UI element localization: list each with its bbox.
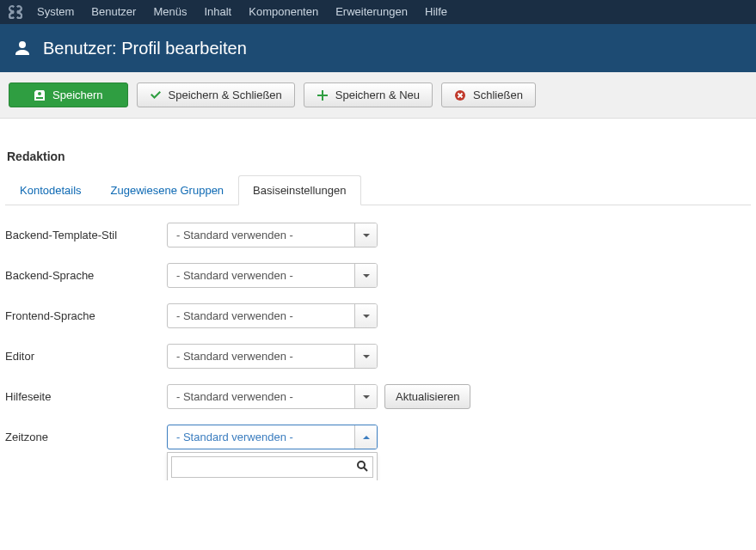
row-editor: Editor - Standard verwenden - <box>5 344 751 369</box>
tab-bar: Kontodetails Zugewiesene Gruppen Basisei… <box>5 175 751 205</box>
tab-groups[interactable]: Zugewiesene Gruppen <box>96 175 239 205</box>
menu-hilfe[interactable]: Hilfe <box>417 0 455 24</box>
label-backend-template: Backend-Template-Stil <box>5 229 167 241</box>
save-close-button[interactable]: Speichern & Schließen <box>137 82 295 107</box>
chevron-up-icon <box>354 425 377 449</box>
check-icon <box>150 89 162 101</box>
section-title: Redaktion <box>7 150 751 163</box>
save-button-label: Speichern <box>52 89 103 101</box>
cancel-icon <box>454 89 466 101</box>
save-close-label: Speichern & Schließen <box>169 89 282 101</box>
menu-inhalt[interactable]: Inhalt <box>196 0 239 24</box>
select-value: - Standard verwenden - <box>168 304 354 327</box>
timezone-dropdown-panel: - Standard verwenden - Africa Abidjan Ac… <box>167 452 378 480</box>
top-menu-bar: System Benutzer Menüs Inhalt Komponenten… <box>0 0 756 24</box>
row-backend-template: Backend-Template-Stil - Standard verwend… <box>5 223 751 248</box>
chevron-down-icon <box>354 345 377 368</box>
select-value: - Standard verwenden - <box>168 345 354 368</box>
save-button[interactable]: Speichern <box>9 82 128 107</box>
select-timezone[interactable]: - Standard verwenden - - Standard verwen… <box>167 425 378 449</box>
close-button[interactable]: Schließen <box>441 82 536 107</box>
search-icon <box>356 460 368 472</box>
select-value: - Standard verwenden - <box>168 223 354 247</box>
content-area: Redaktion Kontodetails Zugewiesene Grupp… <box>0 119 756 480</box>
chevron-down-icon <box>354 385 377 408</box>
select-value: - Standard verwenden - <box>168 425 354 449</box>
select-helpsite[interactable]: - Standard verwenden - <box>167 384 378 409</box>
tab-basic[interactable]: Basiseinstellungen <box>238 175 360 205</box>
save-icon <box>34 89 46 101</box>
save-new-label: Speichern & Neu <box>335 89 420 101</box>
row-helpsite: Hilfeseite - Standard verwenden - Aktual… <box>5 384 751 409</box>
svg-point-1 <box>358 461 365 468</box>
chevron-down-icon <box>354 223 377 247</box>
page-title: Benutzer: Profil bearbeiten <box>43 39 247 58</box>
select-value: - Standard verwenden - <box>168 385 354 408</box>
row-frontend-lang: Frontend-Sprache - Standard verwenden - <box>5 303 751 328</box>
label-backend-lang: Backend-Sprache <box>5 269 167 282</box>
dropdown-search-input[interactable] <box>171 456 373 478</box>
save-new-button[interactable]: Speichern & Neu <box>304 82 433 107</box>
row-backend-lang: Backend-Sprache - Standard verwenden - <box>5 263 751 288</box>
row-timezone: Zeitzone - Standard verwenden - <box>5 425 751 449</box>
menu-komponenten[interactable]: Komponenten <box>241 0 326 24</box>
menu-erweiterungen[interactable]: Erweiterungen <box>328 0 415 24</box>
label-helpsite: Hilfeseite <box>5 390 167 403</box>
label-timezone: Zeitzone <box>5 431 167 443</box>
chevron-down-icon <box>354 304 377 327</box>
label-editor: Editor <box>5 350 167 363</box>
menu-system[interactable]: System <box>29 0 82 24</box>
action-toolbar: Speichern Speichern & Schließen Speicher… <box>0 72 756 119</box>
joomla-logo-icon <box>7 3 24 21</box>
user-icon <box>14 40 31 57</box>
menu-benutzer[interactable]: Benutzer <box>83 0 144 24</box>
select-editor[interactable]: - Standard verwenden - <box>167 344 378 369</box>
page-title-bar: Benutzer: Profil bearbeiten <box>0 24 756 72</box>
dropdown-search <box>168 453 377 480</box>
select-backend-lang[interactable]: - Standard verwenden - <box>167 263 378 288</box>
plus-icon <box>317 89 329 101</box>
select-frontend-lang[interactable]: - Standard verwenden - <box>167 303 378 328</box>
menu-menus[interactable]: Menüs <box>145 0 194 24</box>
chevron-down-icon <box>354 264 377 287</box>
select-value: - Standard verwenden - <box>168 264 354 287</box>
select-backend-template[interactable]: - Standard verwenden - <box>167 223 378 248</box>
label-frontend-lang: Frontend-Sprache <box>5 309 167 322</box>
refresh-button[interactable]: Aktualisieren <box>384 384 470 409</box>
close-label: Schließen <box>473 89 523 101</box>
tab-account[interactable]: Kontodetails <box>5 175 96 205</box>
